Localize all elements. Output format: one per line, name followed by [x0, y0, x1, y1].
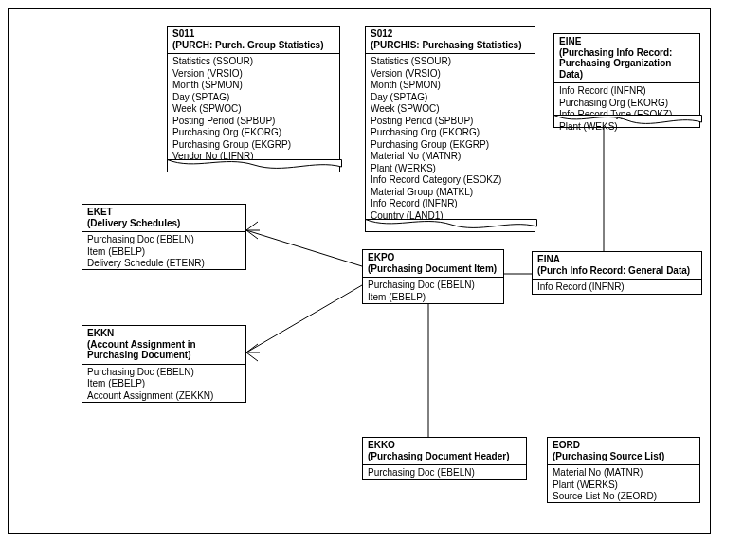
entity-eord: EORD (Purchasing Source List) Material N…	[547, 437, 700, 503]
entity-code: EKKN	[87, 328, 241, 339]
entity-title: (Account Assignment in Purchasing Docume…	[87, 339, 241, 361]
entity-title: (Purchasing Document Item)	[368, 263, 498, 275]
entity-field: Info Record (INFNR)	[371, 198, 530, 210]
diagram-canvas: S011 (PURCH: Purch. Group Statistics) St…	[8, 8, 711, 534]
entity-field: Posting Period (SPBUP)	[172, 116, 335, 128]
entity-title: (Purch Info Record: General Data)	[537, 265, 697, 277]
entity-field: Week (SPWOC)	[172, 103, 335, 116]
torn-edge-icon	[365, 219, 537, 232]
entity-ekko: EKKO (Purchasing Document Header) Purcha…	[362, 437, 527, 480]
entity-field: Source List No (ZEORD)	[553, 491, 695, 503]
entity-ekpo: EKPO (Purchasing Document Item) Purchasi…	[362, 249, 504, 304]
entity-field: Version (VRSIO)	[172, 68, 335, 81]
entity-field: Material No (MATNR)	[371, 151, 530, 163]
entity-field: Purchasing Org (EKORG)	[559, 98, 695, 110]
entity-field: Purchasing Doc (EBELN)	[87, 367, 241, 379]
entity-field: Item (EBELP)	[87, 378, 241, 390]
torn-edge-icon	[553, 115, 702, 128]
entity-code: EORD	[553, 440, 695, 451]
entity-code: EKET	[87, 207, 241, 218]
entity-field: Info Record (INFNR)	[537, 281, 697, 294]
entity-field: Info Record (INFNR)	[559, 85, 695, 98]
entity-ekkn: EKKN (Account Assignment in Purchasing D…	[82, 325, 246, 403]
entity-field: Purchasing Doc (EBELN)	[87, 234, 241, 246]
entity-title: (PURCHIS: Purchasing Statistics)	[371, 40, 530, 51]
entity-eina: EINA (Purch Info Record: General Data) I…	[532, 251, 702, 295]
entity-code: EKPO	[368, 252, 498, 263]
entity-field: Purchasing Group (EKGRP)	[371, 139, 530, 152]
entity-title: (PURCH: Purch. Group Statistics)	[172, 40, 335, 51]
entity-field: Purchasing Org (EKORG)	[371, 127, 530, 139]
entity-code: EINE	[559, 36, 695, 47]
entity-title: (Purchasing Source List)	[553, 451, 695, 462]
entity-field: Statistics (SSOUR)	[172, 56, 335, 68]
entity-code: EKKO	[368, 440, 521, 451]
entity-field: Item (EBELP)	[368, 292, 498, 304]
entity-title: (Purchasing Document Header)	[368, 451, 521, 462]
entity-field: Plant (WERKS)	[371, 163, 530, 175]
entity-code: S011	[172, 28, 335, 40]
entity-field: Plant (WERKS)	[553, 479, 695, 492]
entity-s011: S011 (PURCH: Purch. Group Statistics) St…	[167, 26, 340, 172]
entity-field: Purchasing Group (EKGRP)	[172, 139, 335, 152]
entity-code: EINA	[537, 254, 697, 265]
svg-line-1	[246, 285, 362, 352]
entity-field: Item (EBELP)	[87, 246, 241, 259]
entity-title: (Purchasing Info Record: Purchasing Orga…	[559, 47, 695, 81]
entity-field: Day (SPTAG)	[371, 92, 530, 104]
entity-field: Statistics (SSOUR)	[371, 56, 530, 68]
entity-field: Day (SPTAG)	[172, 92, 335, 104]
entity-field: Month (SPMON)	[371, 80, 530, 92]
entity-field: Version (VRSIO)	[371, 68, 530, 81]
entity-field: Material Group (MATKL)	[371, 187, 530, 199]
entity-field: Delivery Schedule (ETENR)	[87, 258, 241, 270]
entity-eine: EINE (Purchasing Info Record: Purchasing…	[553, 33, 700, 128]
entity-field: Account Assignment (ZEKKN)	[87, 390, 241, 403]
entity-field: Purchasing Doc (EBELN)	[368, 467, 521, 479]
entity-code: S012	[371, 28, 530, 40]
entity-field: Info Record Category (ESOKZ)	[371, 174, 530, 187]
entity-field: Posting Period (SPBUP)	[371, 116, 530, 128]
entity-field: Material No (MATNR)	[553, 467, 695, 479]
entity-field: Month (SPMON)	[172, 80, 335, 92]
entity-title: (Delivery Schedules)	[87, 218, 241, 229]
entity-field: Purchasing Org (EKORG)	[172, 127, 335, 139]
entity-eket: EKET (Delivery Schedules) Purchasing Doc…	[82, 204, 246, 270]
svg-line-0	[246, 230, 362, 266]
entity-field: Week (SPWOC)	[371, 103, 530, 116]
entity-s012: S012 (PURCHIS: Purchasing Statistics) St…	[365, 26, 535, 232]
entity-field: Purchasing Doc (EBELN)	[368, 280, 498, 292]
torn-edge-icon	[167, 159, 342, 172]
